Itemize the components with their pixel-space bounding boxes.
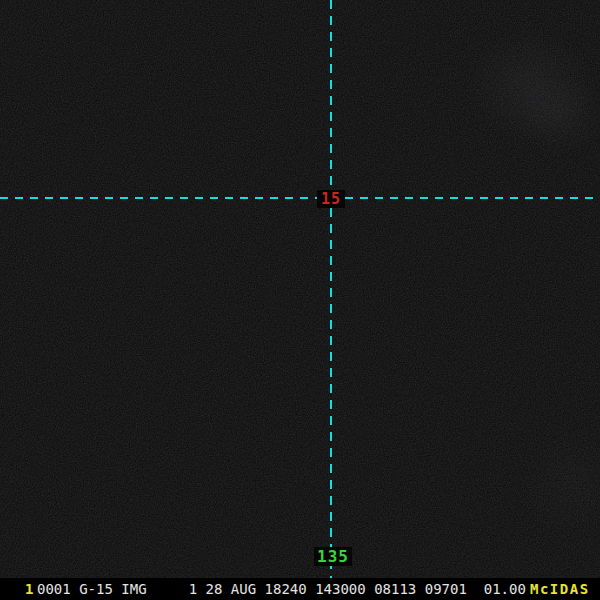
satellite-image-noise — [0, 0, 600, 579]
cursor-crosshair-vertical-line — [330, 0, 332, 581]
mcidas-image-display[interactable]: 15 135 1 0001 G-15 IMG 1 28 AUG 18240 14… — [0, 0, 600, 600]
cursor-readout-label: 15 — [317, 190, 345, 208]
cursor-crosshair-horizontal-line — [0, 197, 600, 199]
status-bar: 1 0001 G-15 IMG 1 28 AUG 18240 143000 08… — [0, 578, 600, 600]
frame-number: 1 — [25, 581, 33, 597]
mcidas-logo: McIDAS — [530, 581, 590, 597]
vertical-line-coordinate-label: 135 — [314, 547, 352, 566]
frame-info-text: 0001 G-15 IMG 1 28 AUG 18240 143000 0811… — [37, 581, 526, 597]
